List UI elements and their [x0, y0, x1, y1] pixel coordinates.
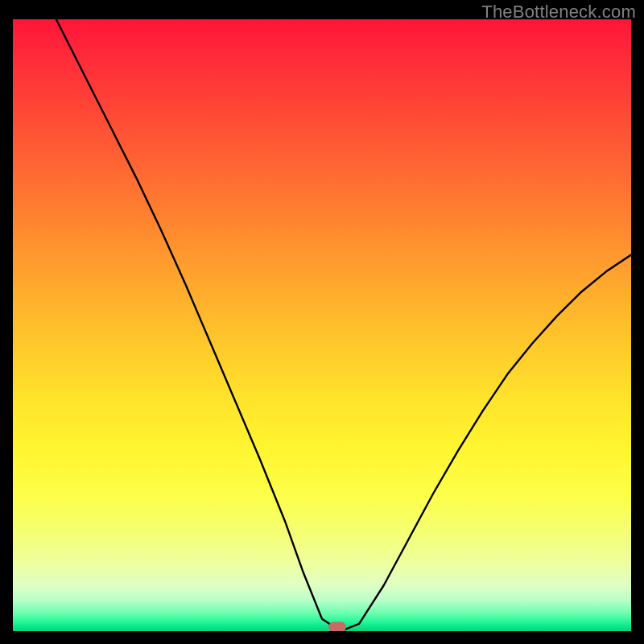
plot-area [13, 19, 631, 631]
chart-frame: TheBottleneck.com [0, 0, 644, 644]
optimal-point-marker [328, 621, 346, 631]
watermark-text: TheBottleneck.com [481, 2, 636, 23]
bottleneck-curve [13, 19, 631, 631]
